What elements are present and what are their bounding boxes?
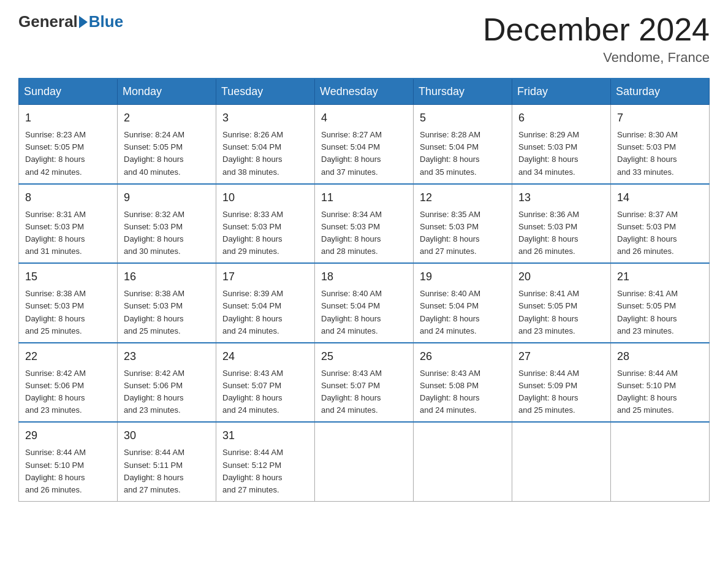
day-info: Sunrise: 8:37 AMSunset: 5:03 PMDaylight:… bbox=[617, 209, 703, 258]
table-row: 19Sunrise: 8:40 AMSunset: 5:04 PMDayligh… bbox=[414, 263, 512, 343]
col-monday: Monday bbox=[118, 79, 216, 105]
day-number: 22 bbox=[25, 348, 111, 365]
table-row bbox=[315, 422, 414, 501]
day-number: 17 bbox=[222, 269, 308, 285]
col-friday: Friday bbox=[512, 79, 611, 105]
table-row: 4Sunrise: 8:27 AMSunset: 5:04 PMDaylight… bbox=[315, 105, 414, 184]
table-row: 12Sunrise: 8:35 AMSunset: 5:03 PMDayligh… bbox=[414, 184, 512, 264]
day-number: 15 bbox=[25, 269, 111, 285]
table-row: 13Sunrise: 8:36 AMSunset: 5:03 PMDayligh… bbox=[512, 184, 611, 264]
location-label: Vendome, France bbox=[483, 50, 710, 66]
day-info: Sunrise: 8:31 AMSunset: 5:03 PMDaylight:… bbox=[25, 209, 111, 258]
table-row: 24Sunrise: 8:43 AMSunset: 5:07 PMDayligh… bbox=[216, 343, 315, 423]
day-number: 18 bbox=[321, 269, 407, 285]
day-number: 7 bbox=[617, 110, 703, 126]
table-row: 8Sunrise: 8:31 AMSunset: 5:03 PMDaylight… bbox=[19, 184, 118, 264]
title-section: December 2024 Vendome, France bbox=[483, 12, 710, 66]
day-number: 2 bbox=[124, 110, 210, 126]
day-info: Sunrise: 8:44 AMSunset: 5:10 PMDaylight:… bbox=[25, 446, 111, 496]
day-info: Sunrise: 8:38 AMSunset: 5:03 PMDaylight:… bbox=[25, 288, 111, 337]
table-row: 14Sunrise: 8:37 AMSunset: 5:03 PMDayligh… bbox=[611, 184, 710, 264]
logo-blue-text: Blue bbox=[89, 12, 123, 31]
col-sunday: Sunday bbox=[19, 79, 118, 105]
calendar-week-row: 22Sunrise: 8:42 AMSunset: 5:06 PMDayligh… bbox=[19, 343, 710, 423]
table-row: 2Sunrise: 8:24 AMSunset: 5:05 PMDaylight… bbox=[118, 105, 216, 184]
table-row: 29Sunrise: 8:44 AMSunset: 5:10 PMDayligh… bbox=[19, 422, 118, 501]
day-number: 30 bbox=[124, 427, 210, 444]
table-row: 9Sunrise: 8:32 AMSunset: 5:03 PMDaylight… bbox=[118, 184, 216, 264]
table-row: 21Sunrise: 8:41 AMSunset: 5:05 PMDayligh… bbox=[611, 263, 710, 343]
day-number: 11 bbox=[321, 190, 407, 206]
day-info: Sunrise: 8:35 AMSunset: 5:03 PMDaylight:… bbox=[420, 209, 506, 258]
logo-arrow-icon bbox=[79, 16, 88, 28]
day-info: Sunrise: 8:41 AMSunset: 5:05 PMDaylight:… bbox=[617, 288, 703, 337]
day-info: Sunrise: 8:39 AMSunset: 5:04 PMDaylight:… bbox=[222, 288, 308, 337]
day-info: Sunrise: 8:28 AMSunset: 5:04 PMDaylight:… bbox=[420, 129, 506, 178]
day-number: 8 bbox=[25, 190, 111, 206]
day-number: 29 bbox=[25, 427, 111, 444]
day-number: 14 bbox=[617, 190, 703, 206]
day-number: 6 bbox=[518, 110, 604, 126]
day-info: Sunrise: 8:32 AMSunset: 5:03 PMDaylight:… bbox=[124, 209, 210, 258]
table-row: 26Sunrise: 8:43 AMSunset: 5:08 PMDayligh… bbox=[414, 343, 512, 423]
day-info: Sunrise: 8:42 AMSunset: 5:06 PMDaylight:… bbox=[124, 367, 210, 417]
day-info: Sunrise: 8:36 AMSunset: 5:03 PMDaylight:… bbox=[518, 209, 604, 258]
table-row: 1Sunrise: 8:23 AMSunset: 5:05 PMDaylight… bbox=[19, 105, 118, 184]
day-info: Sunrise: 8:43 AMSunset: 5:07 PMDaylight:… bbox=[321, 367, 407, 417]
calendar-table: Sunday Monday Tuesday Wednesday Thursday… bbox=[18, 78, 710, 502]
table-row: 18Sunrise: 8:40 AMSunset: 5:04 PMDayligh… bbox=[315, 263, 414, 343]
day-info: Sunrise: 8:43 AMSunset: 5:08 PMDaylight:… bbox=[420, 367, 506, 417]
table-row: 17Sunrise: 8:39 AMSunset: 5:04 PMDayligh… bbox=[216, 263, 315, 343]
table-row bbox=[414, 422, 512, 501]
table-row: 23Sunrise: 8:42 AMSunset: 5:06 PMDayligh… bbox=[118, 343, 216, 423]
day-info: Sunrise: 8:29 AMSunset: 5:03 PMDaylight:… bbox=[518, 129, 604, 178]
day-info: Sunrise: 8:38 AMSunset: 5:03 PMDaylight:… bbox=[124, 288, 210, 337]
day-info: Sunrise: 8:42 AMSunset: 5:06 PMDaylight:… bbox=[25, 367, 111, 417]
day-number: 10 bbox=[222, 190, 308, 206]
col-thursday: Thursday bbox=[414, 79, 512, 105]
day-info: Sunrise: 8:44 AMSunset: 5:11 PMDaylight:… bbox=[124, 446, 210, 496]
table-row: 6Sunrise: 8:29 AMSunset: 5:03 PMDaylight… bbox=[512, 105, 611, 184]
day-number: 27 bbox=[518, 348, 604, 365]
day-info: Sunrise: 8:23 AMSunset: 5:05 PMDaylight:… bbox=[25, 129, 111, 178]
calendar-week-row: 15Sunrise: 8:38 AMSunset: 5:03 PMDayligh… bbox=[19, 263, 710, 343]
day-number: 3 bbox=[222, 110, 308, 126]
day-info: Sunrise: 8:34 AMSunset: 5:03 PMDaylight:… bbox=[321, 209, 407, 258]
calendar-week-row: 29Sunrise: 8:44 AMSunset: 5:10 PMDayligh… bbox=[19, 422, 710, 501]
table-row: 15Sunrise: 8:38 AMSunset: 5:03 PMDayligh… bbox=[19, 263, 118, 343]
col-saturday: Saturday bbox=[611, 79, 710, 105]
col-tuesday: Tuesday bbox=[216, 79, 315, 105]
logo: General Blue bbox=[18, 12, 123, 31]
day-info: Sunrise: 8:44 AMSunset: 5:10 PMDaylight:… bbox=[617, 367, 703, 417]
table-row: 3Sunrise: 8:26 AMSunset: 5:04 PMDaylight… bbox=[216, 105, 315, 184]
page-header: General Blue December 2024 Vendome, Fran… bbox=[18, 12, 710, 66]
day-info: Sunrise: 8:41 AMSunset: 5:05 PMDaylight:… bbox=[518, 288, 604, 337]
table-row bbox=[512, 422, 611, 501]
day-number: 25 bbox=[321, 348, 407, 365]
table-row bbox=[611, 422, 710, 501]
calendar-week-row: 8Sunrise: 8:31 AMSunset: 5:03 PMDaylight… bbox=[19, 184, 710, 264]
table-row: 25Sunrise: 8:43 AMSunset: 5:07 PMDayligh… bbox=[315, 343, 414, 423]
day-info: Sunrise: 8:40 AMSunset: 5:04 PMDaylight:… bbox=[321, 288, 407, 337]
day-info: Sunrise: 8:30 AMSunset: 5:03 PMDaylight:… bbox=[617, 129, 703, 178]
day-number: 5 bbox=[420, 110, 506, 126]
calendar-header-row: Sunday Monday Tuesday Wednesday Thursday… bbox=[19, 79, 710, 105]
table-row: 11Sunrise: 8:34 AMSunset: 5:03 PMDayligh… bbox=[315, 184, 414, 264]
table-row: 31Sunrise: 8:44 AMSunset: 5:12 PMDayligh… bbox=[216, 422, 315, 501]
day-info: Sunrise: 8:33 AMSunset: 5:03 PMDaylight:… bbox=[222, 209, 308, 258]
table-row: 16Sunrise: 8:38 AMSunset: 5:03 PMDayligh… bbox=[118, 263, 216, 343]
day-number: 23 bbox=[124, 348, 210, 365]
day-info: Sunrise: 8:26 AMSunset: 5:04 PMDaylight:… bbox=[222, 129, 308, 178]
day-number: 19 bbox=[420, 269, 506, 285]
day-number: 1 bbox=[25, 110, 111, 126]
day-number: 26 bbox=[420, 348, 506, 365]
table-row: 5Sunrise: 8:28 AMSunset: 5:04 PMDaylight… bbox=[414, 105, 512, 184]
table-row: 20Sunrise: 8:41 AMSunset: 5:05 PMDayligh… bbox=[512, 263, 611, 343]
day-number: 9 bbox=[124, 190, 210, 206]
day-number: 28 bbox=[617, 348, 703, 365]
day-info: Sunrise: 8:27 AMSunset: 5:04 PMDaylight:… bbox=[321, 129, 407, 178]
month-title: December 2024 bbox=[483, 12, 710, 47]
day-number: 31 bbox=[222, 427, 308, 444]
day-info: Sunrise: 8:44 AMSunset: 5:12 PMDaylight:… bbox=[222, 446, 308, 496]
table-row: 22Sunrise: 8:42 AMSunset: 5:06 PMDayligh… bbox=[19, 343, 118, 423]
